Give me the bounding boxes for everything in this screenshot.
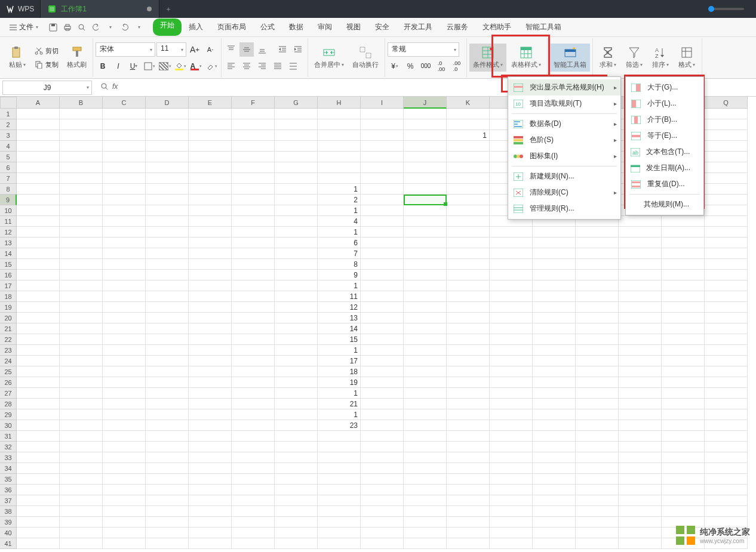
cell-K37[interactable]: [447, 495, 490, 506]
cell-N22[interactable]: [576, 334, 619, 345]
cell-I2[interactable]: [361, 119, 404, 130]
row-header-29[interactable]: 29: [0, 409, 17, 420]
cell-E25[interactable]: [189, 366, 232, 377]
cell-C31[interactable]: [103, 431, 146, 442]
cell-A3[interactable]: [17, 130, 60, 141]
cell-P36[interactable]: [662, 485, 705, 495]
cell-O17[interactable]: [619, 280, 662, 291]
cell-Q13[interactable]: [705, 238, 748, 248]
cell-P23[interactable]: [662, 345, 705, 356]
cell-B37[interactable]: [60, 495, 103, 506]
col-header-A[interactable]: A: [17, 97, 60, 109]
menu-new-rule[interactable]: 新建规则(N)...: [508, 168, 620, 184]
cell-I7[interactable]: [361, 173, 404, 184]
bold-button[interactable]: B: [96, 59, 110, 73]
cell-G22[interactable]: [275, 334, 318, 345]
cell-I24[interactable]: [361, 356, 404, 366]
indent-inc-button[interactable]: [291, 42, 305, 57]
cell-G26[interactable]: [275, 377, 318, 388]
cell-E24[interactable]: [189, 356, 232, 366]
cell-I22[interactable]: [361, 334, 404, 345]
row-header-25[interactable]: 25: [0, 366, 17, 377]
cell-B25[interactable]: [60, 366, 103, 377]
cell-B10[interactable]: [60, 205, 103, 216]
cell-D31[interactable]: [146, 431, 189, 442]
row-header-38[interactable]: 38: [0, 506, 17, 517]
cell-E23[interactable]: [189, 345, 232, 356]
cell-I28[interactable]: [361, 399, 404, 409]
cell-C15[interactable]: [103, 259, 146, 270]
cell-Q7[interactable]: [705, 173, 748, 184]
format-painter-button[interactable]: 格式刷: [63, 44, 90, 72]
cell-O40[interactable]: [619, 528, 662, 538]
cell-J37[interactable]: [404, 495, 447, 506]
cell-I34[interactable]: [361, 463, 404, 474]
cell-N15[interactable]: [576, 259, 619, 270]
cell-E3[interactable]: [189, 130, 232, 141]
cell-O41[interactable]: [619, 538, 662, 549]
cell-P28[interactable]: [662, 399, 705, 409]
cell-L12[interactable]: [490, 227, 533, 238]
cell-B20[interactable]: [60, 313, 103, 323]
cell-K13[interactable]: [447, 238, 490, 248]
row-header-27[interactable]: 27: [0, 388, 17, 399]
row-header-36[interactable]: 36: [0, 485, 17, 495]
cell-C17[interactable]: [103, 280, 146, 291]
cell-Q36[interactable]: [705, 485, 748, 495]
menu-color-scales[interactable]: 色阶(S)▸: [508, 132, 620, 148]
cell-B36[interactable]: [60, 485, 103, 495]
cell-Q35[interactable]: [705, 474, 748, 485]
cell-N35[interactable]: [576, 474, 619, 485]
cell-M19[interactable]: [533, 302, 576, 313]
row-header-22[interactable]: 22: [0, 334, 17, 345]
cell-C10[interactable]: [103, 205, 146, 216]
cell-M31[interactable]: [533, 431, 576, 442]
cell-A4[interactable]: [17, 141, 60, 152]
cell-C4[interactable]: [103, 141, 146, 152]
cell-L15[interactable]: [490, 259, 533, 270]
cell-E14[interactable]: [189, 248, 232, 259]
cell-M37[interactable]: [533, 495, 576, 506]
cell-D28[interactable]: [146, 399, 189, 409]
halign-dist-button[interactable]: [286, 59, 300, 73]
cell-F11[interactable]: [232, 216, 275, 227]
cell-C12[interactable]: [103, 227, 146, 238]
tab-toolbox[interactable]: 智能工具箱: [518, 18, 568, 36]
cell-H12[interactable]: 1: [318, 227, 361, 238]
cell-J35[interactable]: [404, 474, 447, 485]
cell-N14[interactable]: [576, 248, 619, 259]
cell-K29[interactable]: [447, 409, 490, 420]
cell-B12[interactable]: [60, 227, 103, 238]
cell-J27[interactable]: [404, 388, 447, 399]
halign-left-button[interactable]: [224, 59, 238, 73]
cell-L16[interactable]: [490, 270, 533, 280]
cell-E4[interactable]: [189, 141, 232, 152]
cell-Q23[interactable]: [705, 345, 748, 356]
cell-Q14[interactable]: [705, 248, 748, 259]
cell-E5[interactable]: [189, 152, 232, 162]
cell-P24[interactable]: [662, 356, 705, 366]
cell-N33[interactable]: [576, 452, 619, 463]
cell-J2[interactable]: [404, 119, 447, 130]
row-header-8[interactable]: 8: [0, 184, 17, 195]
cell-M36[interactable]: [533, 485, 576, 495]
smart-toolbox-button[interactable]: 智能工具箱: [550, 44, 590, 72]
cell-K5[interactable]: [447, 152, 490, 162]
cell-Q11[interactable]: [705, 216, 748, 227]
cell-H39[interactable]: [318, 517, 361, 528]
cell-L27[interactable]: [490, 388, 533, 399]
cell-J4[interactable]: [404, 141, 447, 152]
paste-button[interactable]: 粘贴▾: [5, 44, 30, 72]
cell-O36[interactable]: [619, 485, 662, 495]
row-header-26[interactable]: 26: [0, 377, 17, 388]
cell-E9[interactable]: [189, 195, 232, 205]
cell-B16[interactable]: [60, 270, 103, 280]
cell-Q20[interactable]: [705, 313, 748, 323]
cell-Q29[interactable]: [705, 409, 748, 420]
cell-E31[interactable]: [189, 431, 232, 442]
cell-B34[interactable]: [60, 463, 103, 474]
row-header-15[interactable]: 15: [0, 259, 17, 270]
cell-Q10[interactable]: [705, 205, 748, 216]
cell-B27[interactable]: [60, 388, 103, 399]
cell-P16[interactable]: [662, 270, 705, 280]
